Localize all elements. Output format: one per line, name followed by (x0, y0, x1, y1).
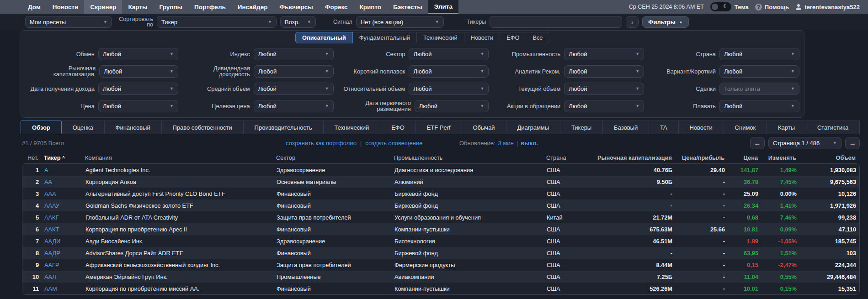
view-tab-etf-perf[interactable]: ETF Perf (416, 121, 462, 134)
column-header-industry[interactable]: Промышленность (391, 154, 543, 161)
nav-item-скринер[interactable]: Скринер (84, 0, 122, 14)
filter-dropdown[interactable]: Любой▼ (564, 83, 644, 95)
theme-toggle[interactable]: ☾ (710, 2, 731, 11)
filter-tab-фундаментальный[interactable]: Фундаментальный (353, 32, 417, 43)
filters-toggle-button[interactable]: Фильтры ▲ (642, 16, 689, 28)
create-alert-link[interactable]: создать оповещение (365, 140, 422, 147)
column-header-country[interactable]: Страна (543, 154, 587, 161)
cell-pe-ratio: - (675, 190, 728, 197)
filter-dropdown[interactable]: Любой▼ (409, 83, 489, 95)
column-header-no[interactable]: Нет. (22, 154, 41, 161)
ticker-link[interactable]: ААА (44, 190, 56, 197)
filter-dropdown[interactable]: Только элита▼ (719, 83, 799, 95)
filter-tab-технический[interactable]: Технический (417, 32, 464, 43)
filter-dropdown[interactable]: Любой▼ (99, 65, 178, 78)
filter-tab-новости[interactable]: Новости (464, 32, 501, 43)
view-tab-обычай[interactable]: Обычай (462, 121, 506, 134)
nav-item-элита[interactable]: Элита (428, 0, 458, 14)
cell-volume: 1,971,926 (799, 202, 859, 209)
filter-dropdown[interactable]: Любой▼ (98, 48, 178, 60)
filter-dropdown[interactable]: Любой▼ (98, 83, 178, 95)
ticker-link[interactable]: АА (44, 178, 52, 185)
nav-item-фьючерсы[interactable]: Фьючерсы (273, 0, 319, 14)
filter-label: Дивидендная доходность (181, 65, 250, 77)
ticker-link[interactable]: ААКТ (44, 226, 59, 233)
view-tab-карты[interactable]: Карты (767, 121, 806, 134)
filter-dropdown[interactable]: Любой▼ (409, 65, 489, 78)
view-tab-снимок[interactable]: Снимок (724, 121, 767, 134)
view-tab-новости[interactable]: Новости (679, 121, 724, 134)
filter-dropdown[interactable]: Любой▼ (254, 65, 334, 78)
filter-tab-ефо[interactable]: ЕФО (500, 32, 526, 43)
view-tab-ефо[interactable]: ЕФО (380, 121, 415, 134)
next-page-button[interactable]: → (845, 137, 860, 149)
refresh-interval[interactable]: 3 мин (498, 140, 514, 147)
filter-dropdown[interactable]: Любой▼ (564, 65, 644, 78)
filter-dropdown[interactable]: Любой▼ (564, 48, 644, 60)
filter-dropdown[interactable]: Любой▼ (254, 100, 334, 112)
cell-country: США (544, 262, 587, 268)
ticker-link[interactable]: ААЛ (44, 273, 56, 280)
view-tab-финансовый[interactable]: Финансовый (105, 121, 162, 134)
ticker-link[interactable]: ААМ (44, 285, 57, 292)
filter-dropdown[interactable]: Любой▼ (719, 48, 799, 60)
view-tab-статистика[interactable]: Статистика (806, 121, 860, 134)
filter-dropdown[interactable]: Любой▼ (564, 100, 644, 112)
filter-dropdown[interactable]: Любой▼ (98, 100, 178, 112)
view-tab-обзор[interactable]: Обзор (21, 121, 62, 134)
nav-item-дом[interactable]: Дом (22, 0, 47, 14)
filter-dropdown[interactable]: Любой▼ (254, 83, 334, 95)
view-tab-ta[interactable]: TA (649, 121, 678, 134)
nav-item-инсайдер[interactable]: Инсайдер (232, 0, 274, 14)
column-header-pe[interactable]: Цена/прибыль (675, 154, 727, 161)
prev-page-button[interactable]: ← (750, 137, 765, 149)
view-tab-технический[interactable]: Технический (324, 121, 381, 134)
filter-tab-все[interactable]: Все (526, 32, 549, 43)
filter-dropdown[interactable]: Любой▼ (719, 100, 799, 112)
column-header-price[interactable]: Цена (727, 154, 761, 161)
view-tab-тикеры[interactable]: Тикеры (560, 121, 603, 134)
nav-item-форекс[interactable]: Форекс (319, 0, 354, 14)
refresh-off-link[interactable]: выкл. (521, 140, 538, 147)
filter-dropdown[interactable]: Любой▼ (254, 48, 334, 60)
presets-dropdown[interactable]: Мои пресеты▼ (25, 16, 112, 28)
user-menu[interactable]: terentevanastya522 (795, 4, 860, 10)
filter-dropdown[interactable]: Любой▼ (415, 100, 489, 112)
help-button[interactable]: ? Помощь (755, 4, 789, 10)
filter-dropdown[interactable]: Любой▼ (719, 65, 799, 78)
ticker-link[interactable]: A (44, 167, 48, 173)
view-tab-право-собственности[interactable]: Право собственности (162, 121, 244, 134)
filter-сектор: СекторЛюбой▼ (336, 48, 489, 60)
expand-button[interactable]: › (626, 16, 639, 28)
ticker-link[interactable]: ААДР (44, 250, 60, 257)
nav-item-бэктесты[interactable]: Бэктесты (387, 0, 428, 14)
tickers-input[interactable] (490, 16, 622, 28)
view-tab-базовый[interactable]: Базовый (603, 121, 649, 134)
save-portfolio-link[interactable]: сохранить как портфолио (286, 140, 357, 147)
column-header-change[interactable]: Изменять (761, 154, 799, 161)
view-tab-производительность[interactable]: Производительность (244, 121, 324, 134)
ticker-link[interactable]: ААКГ (44, 214, 59, 221)
view-tab-диаграммы[interactable]: Диаграммы (506, 121, 561, 134)
column-header-ticker[interactable]: Тикер ^ (41, 154, 82, 161)
ticker-link[interactable]: АААУ (44, 202, 59, 209)
nav-item-группы[interactable]: Группы (154, 0, 189, 14)
column-header-sector[interactable]: Сектор (273, 154, 391, 161)
sort-dropdown[interactable]: Тикер▼ (157, 16, 277, 28)
ticker-link[interactable]: ААГР (44, 262, 59, 268)
order-dropdown[interactable]: Возр.▼ (280, 16, 316, 28)
nav-item-карты[interactable]: Карты (122, 0, 153, 14)
ticker-link[interactable]: ААДИ (44, 238, 60, 245)
filter-label: Обмен (76, 51, 95, 57)
signal-dropdown[interactable]: Нет (все акции)▼ (356, 16, 444, 28)
nav-item-крипто[interactable]: Крипто (354, 0, 388, 14)
view-tab-оценка[interactable]: Оценка (62, 121, 105, 134)
column-header-company[interactable]: Компания (82, 154, 273, 161)
nav-item-портфель[interactable]: Портфель (188, 0, 232, 14)
column-header-cap[interactable]: Рыночная капитализация (587, 154, 675, 161)
filter-tab-описательный[interactable]: Описательный (295, 32, 353, 43)
column-header-volume[interactable]: Объем (799, 154, 858, 161)
page-dropdown[interactable]: Страница 1 / 486▼ (768, 137, 841, 149)
filter-dropdown[interactable]: Любой▼ (409, 48, 489, 60)
nav-item-новости[interactable]: Новости (47, 0, 85, 14)
